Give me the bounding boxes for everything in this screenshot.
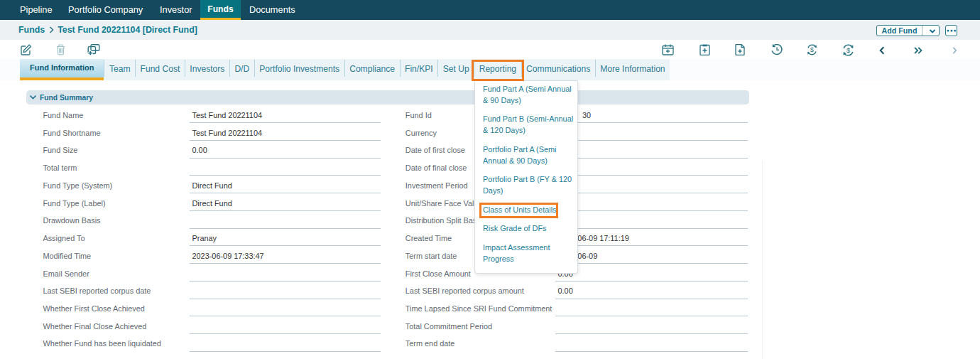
svg-text:$: $ xyxy=(810,46,814,53)
svg-text:$: $ xyxy=(846,46,851,54)
